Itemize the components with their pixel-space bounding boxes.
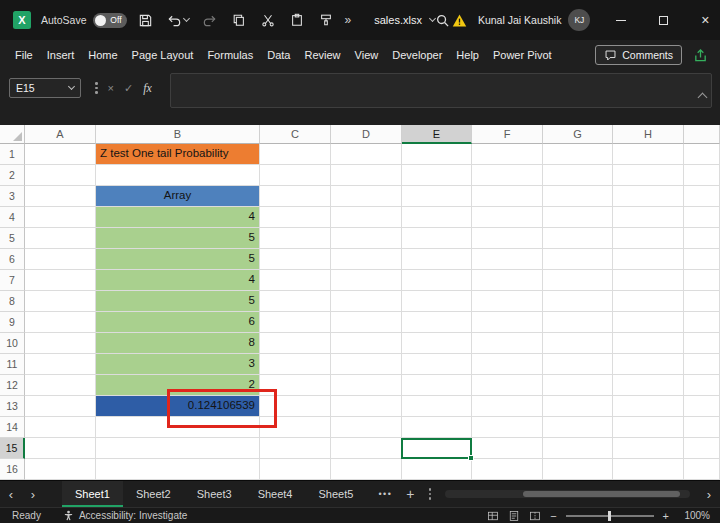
cell-B6[interactable]: 5 <box>96 249 260 270</box>
cell-G3[interactable] <box>543 186 613 207</box>
cell-C7[interactable] <box>260 270 331 291</box>
row-header-5[interactable]: 5 <box>0 228 25 249</box>
cell-F3[interactable] <box>472 186 543 207</box>
cell-H11[interactable] <box>613 354 684 375</box>
cell-F16[interactable] <box>472 459 543 480</box>
cell-F8[interactable] <box>472 291 543 312</box>
cell-D7[interactable] <box>331 270 402 291</box>
menu-power-pivot[interactable]: Power Pivot <box>486 40 559 70</box>
row-header-16[interactable]: 16 <box>0 459 25 480</box>
cell-E6[interactable] <box>402 249 472 270</box>
cell-C4[interactable] <box>260 207 331 228</box>
cell-pad-11[interactable] <box>684 354 720 375</box>
maximize-button[interactable] <box>642 0 684 40</box>
cell-G5[interactable] <box>543 228 613 249</box>
cell-B11[interactable]: 3 <box>96 354 260 375</box>
cell-pad-5[interactable] <box>684 228 720 249</box>
cell-D10[interactable] <box>331 333 402 354</box>
menu-help[interactable]: Help <box>449 40 486 70</box>
cell-B12[interactable]: 2 <box>96 375 260 396</box>
cell-E9[interactable] <box>402 312 472 333</box>
cell-D4[interactable] <box>331 207 402 228</box>
cell-C3[interactable] <box>260 186 331 207</box>
cell-A15[interactable] <box>25 438 96 459</box>
accessibility-status[interactable]: Accessibility: Investigate <box>53 510 197 521</box>
row-header-13[interactable]: 13 <box>0 396 25 417</box>
sheet-nav-left-icon[interactable]: ‹ <box>0 487 22 502</box>
menu-view[interactable]: View <box>348 40 386 70</box>
cell-E4[interactable] <box>402 207 472 228</box>
cell-D9[interactable] <box>331 312 402 333</box>
cell-pad-16[interactable] <box>684 459 720 480</box>
cell-C5[interactable] <box>260 228 331 249</box>
cell-A11[interactable] <box>25 354 96 375</box>
toolbar-overflow-icon[interactable]: » <box>345 13 352 27</box>
cell-B4[interactable]: 4 <box>96 207 260 228</box>
cell-H15[interactable] <box>613 438 684 459</box>
cell-G10[interactable] <box>543 333 613 354</box>
cell-G15[interactable] <box>543 438 613 459</box>
sheet-tab-sheet3[interactable]: Sheet3 <box>184 481 245 507</box>
undo-icon[interactable] <box>165 10 191 30</box>
cell-A12[interactable] <box>25 375 96 396</box>
cell-G13[interactable] <box>543 396 613 417</box>
cell-F1[interactable] <box>472 144 543 165</box>
copy-icon[interactable] <box>229 10 249 30</box>
cell-E11[interactable] <box>402 354 472 375</box>
cell-E12[interactable] <box>402 375 472 396</box>
cell-B7[interactable]: 4 <box>96 270 260 291</box>
cell-B8[interactable]: 5 <box>96 291 260 312</box>
cell-F13[interactable] <box>472 396 543 417</box>
cell-C10[interactable] <box>260 333 331 354</box>
cell-D16[interactable] <box>331 459 402 480</box>
cell-D3[interactable] <box>331 186 402 207</box>
cell-E14[interactable] <box>402 417 472 438</box>
cell-G7[interactable] <box>543 270 613 291</box>
cell-H4[interactable] <box>613 207 684 228</box>
share-icon[interactable] <box>690 45 710 65</box>
cell-H3[interactable] <box>613 186 684 207</box>
cell-pad-4[interactable] <box>684 207 720 228</box>
cell-H14[interactable] <box>613 417 684 438</box>
cell-pad-10[interactable] <box>684 333 720 354</box>
menu-data[interactable]: Data <box>260 40 297 70</box>
cell-H7[interactable] <box>613 270 684 291</box>
cell-F6[interactable] <box>472 249 543 270</box>
normal-view-icon[interactable] <box>487 510 499 522</box>
cell-C6[interactable] <box>260 249 331 270</box>
cell-A14[interactable] <box>25 417 96 438</box>
cell-H6[interactable] <box>613 249 684 270</box>
col-header-E[interactable]: E <box>402 125 472 144</box>
cell-pad-1[interactable] <box>684 144 720 165</box>
menu-developer[interactable]: Developer <box>385 40 449 70</box>
cell-F9[interactable] <box>472 312 543 333</box>
row-header-9[interactable]: 9 <box>0 312 25 333</box>
cell-F5[interactable] <box>472 228 543 249</box>
cell-C16[interactable] <box>260 459 331 480</box>
cell-C8[interactable] <box>260 291 331 312</box>
cell-E5[interactable] <box>402 228 472 249</box>
cell-A16[interactable] <box>25 459 96 480</box>
col-header-B[interactable]: B <box>96 125 260 144</box>
cell-A2[interactable] <box>25 165 96 186</box>
cell-G11[interactable] <box>543 354 613 375</box>
cell-E8[interactable] <box>402 291 472 312</box>
cell-F11[interactable] <box>472 354 543 375</box>
sheet-tab-sheet1[interactable]: Sheet1 <box>62 481 123 507</box>
menu-review[interactable]: Review <box>297 40 347 70</box>
cell-D15[interactable] <box>331 438 402 459</box>
col-header-H[interactable]: H <box>613 125 684 144</box>
redo-icon[interactable] <box>200 10 220 30</box>
user-avatar[interactable]: KJ <box>568 9 590 31</box>
menu-home[interactable]: Home <box>81 40 124 70</box>
cell-A6[interactable] <box>25 249 96 270</box>
cell-C15[interactable] <box>260 438 331 459</box>
row-header-11[interactable]: 11 <box>0 354 25 375</box>
user-name[interactable]: Kunal Jai Kaushik <box>478 14 561 26</box>
search-icon[interactable] <box>435 10 450 30</box>
select-all-button[interactable] <box>0 125 25 144</box>
cell-pad-7[interactable] <box>684 270 720 291</box>
cell-pad-3[interactable] <box>684 186 720 207</box>
cell-C2[interactable] <box>260 165 331 186</box>
row-header-1[interactable]: 1 <box>0 144 25 165</box>
